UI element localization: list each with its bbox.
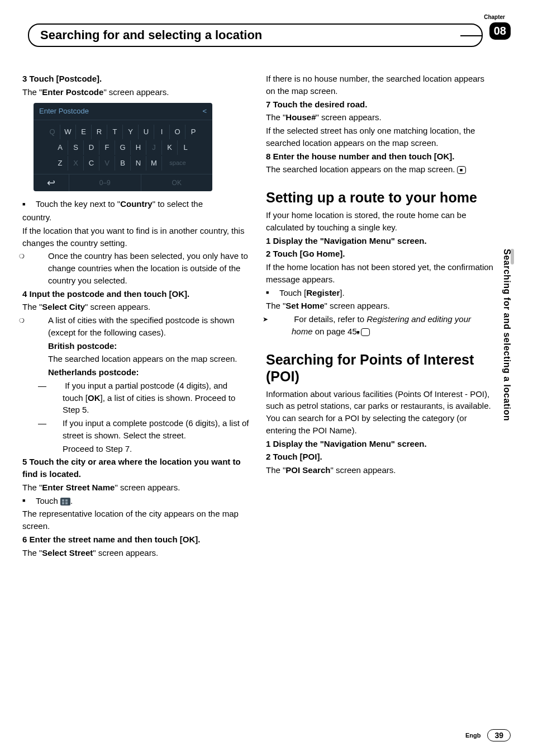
step-5-note: The representative location of the city … (22, 508, 250, 532)
poi-text: The "POI Search" screen appears. (266, 464, 494, 476)
route-home-note: If the home location has not been stored… (266, 261, 494, 286)
right-column: If there is no house number, the searche… (266, 73, 511, 560)
key: N (131, 156, 146, 171)
key: L (178, 140, 193, 155)
key: D (84, 140, 99, 155)
key: I (154, 125, 170, 139)
key: Z (53, 156, 68, 171)
kb-ok-label: OK (141, 174, 213, 191)
kb-row-1: Q W E R T Y U I O P (36, 125, 210, 139)
key: A (53, 140, 68, 155)
page-title: Searching for and selecting a location (28, 23, 483, 47)
british-postcode-text: The searched location appears on the map… (22, 353, 250, 365)
key: C (84, 156, 99, 171)
chapter-label: Chapter (484, 14, 505, 20)
kb-back-icon: < (202, 106, 207, 117)
key: F (99, 140, 115, 155)
route-home-set: The "Set Home" screen appears. (266, 300, 494, 312)
key-space: space (162, 156, 193, 171)
key: V (99, 156, 115, 171)
step-3-text: The "Enter Postcode" screen appears. (22, 86, 250, 98)
kb-numeric-label: 0–9 (69, 174, 141, 191)
route-home-intro: If your home location is stored, the rou… (266, 209, 494, 234)
country-bullet-cont: country. (22, 211, 250, 224)
step-4-subnote: A list of cities with the specified post… (22, 314, 250, 339)
right-intro: If there is no house number, the searche… (266, 73, 494, 97)
content-columns: 3 Touch [Postcode]. The "Enter Postcode"… (22, 73, 511, 560)
language-code: Engb (465, 732, 481, 739)
step-7-heading: 7 Touch the desired road. (266, 98, 494, 111)
poi-intro: Information about various facilities (Po… (266, 388, 494, 437)
key: U (139, 125, 154, 139)
key: Q (45, 125, 60, 139)
key: T (107, 125, 123, 139)
step-8-text: The searched location appears on the map… (266, 163, 494, 176)
kb-row-2: A S D F G H J K L (36, 140, 210, 155)
side-tab-label: Searching for and selecting a location (502, 249, 512, 421)
chapter-number-badge: 08 (489, 22, 511, 40)
kb-back-arrow-icon: ↩ (34, 174, 69, 191)
route-home-ref: For details, refer to Registering and ed… (266, 313, 494, 338)
country-bullet: Touch the key next to "Country" to selec… (22, 198, 250, 210)
page-header: Chapter 08 Searching for and selecting a… (22, 22, 511, 56)
route-home-step-1: 1 Display the "Navigation Menu" screen. (266, 235, 494, 247)
step-3-heading: 3 Touch [Postcode]. (22, 73, 250, 85)
step-5-bullet: Touch . (22, 495, 250, 507)
country-note: If the location that you want to find is… (22, 225, 250, 249)
poi-step-2: 2 Touch [POI]. (266, 451, 494, 463)
key: O (170, 125, 185, 139)
step-5-text: The "Enter Street Name" screen appears. (22, 481, 250, 494)
nl-case-2b: Proceed to Step 7. (22, 443, 250, 455)
key: K (162, 140, 178, 155)
kb-title: Enter Postcode (39, 106, 89, 117)
section-end-icon: ■ (361, 328, 370, 336)
nl-case-1: If you input a partial postcode (4 digit… (22, 380, 250, 416)
key: X (68, 156, 84, 171)
key: J (146, 140, 162, 155)
page-footer: Engb 39 (465, 729, 511, 741)
key: P (185, 125, 201, 139)
key: B (115, 156, 131, 171)
key: R (92, 125, 107, 139)
key: E (76, 125, 92, 139)
step-5-heading: 5 Touch the city or area where the locat… (22, 456, 250, 480)
heading-poi: Searching for Points of Interest (POI) (266, 351, 494, 385)
step-4-text: The "Select City" screen appears. (22, 301, 250, 313)
enter-postcode-screenshot: Enter Postcode < Q W E R T Y U I O P A (34, 103, 212, 192)
step-7-text: The "House#" screen appears. (266, 111, 494, 124)
section-end-icon: ■ (457, 166, 466, 174)
nl-case-2: If you input a complete postcode (6 digi… (22, 417, 250, 442)
heading-route-home: Setting up a route to your home (266, 189, 494, 206)
key: W (60, 125, 76, 139)
netherlands-postcode-heading: Netherlands postcode: (22, 366, 250, 379)
key: S (68, 140, 84, 155)
key: G (115, 140, 131, 155)
poi-step-1: 1 Display the "Navigation Menu" screen. (266, 438, 494, 450)
key: H (131, 140, 146, 155)
step-4-heading: 4 Input the postcode and then touch [OK]… (22, 288, 250, 300)
step-6-heading: 6 Enter the street name and then touch [… (22, 533, 250, 546)
british-postcode-heading: British postcode: (22, 340, 250, 352)
page-number: 39 (487, 729, 511, 741)
step-7-note: If the selected street has only one matc… (266, 125, 494, 149)
left-column: 3 Touch [Postcode]. The "Enter Postcode"… (22, 73, 250, 560)
key: M (146, 156, 162, 171)
route-home-step-2: 2 Touch [Go Home]. (266, 248, 494, 260)
country-subnote: Once the country has been selected, you … (22, 250, 250, 286)
step-8-heading: 8 Enter the house number and then touch … (266, 150, 494, 163)
kb-row-3: Z X C V B N M space (36, 156, 210, 171)
route-home-bullet: Touch [Register]. (266, 287, 494, 299)
key: Y (123, 125, 139, 139)
city-icon (60, 498, 70, 505)
step-6-text: The "Select Street" screen appears. (22, 547, 250, 559)
